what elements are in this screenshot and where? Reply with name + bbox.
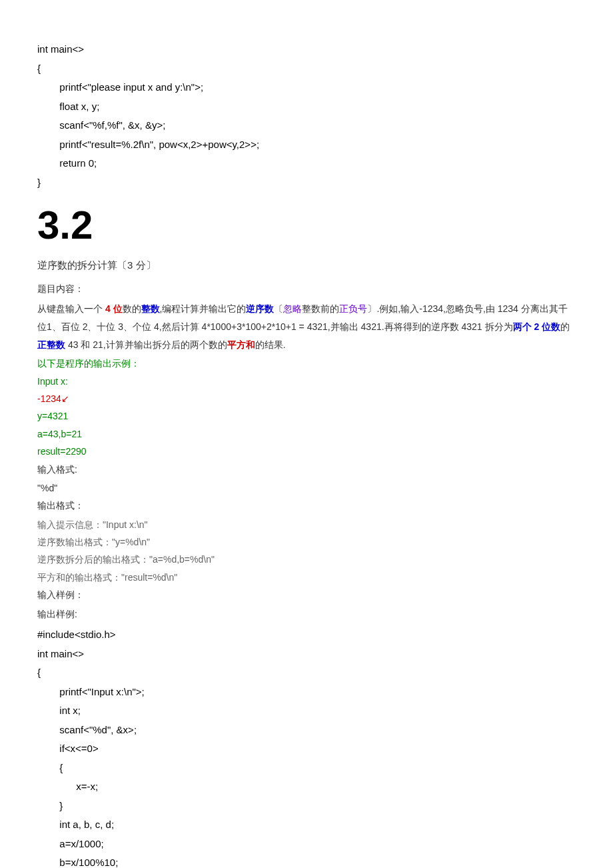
example-line: -1234↙	[37, 391, 576, 406]
input-sample-label: 输入样例：	[37, 587, 576, 602]
code-line: int main<>	[37, 645, 576, 664]
desc-text: 的结果.	[255, 339, 286, 350]
format-line: 逆序数拆分后的输出格式："a=%d,b=%d\n"	[37, 552, 576, 567]
desc-emphasis: 正负号	[339, 303, 367, 314]
code-line: x=-x;	[37, 777, 576, 797]
example-line: a=43,b=21	[37, 427, 576, 441]
format-line: 逆序数输出格式："y=%d\n"	[37, 535, 576, 549]
code-line: {	[37, 663, 576, 683]
code-line: int main<>	[37, 40, 576, 59]
section-number: 3.2	[37, 205, 576, 245]
code-line: int x;	[37, 701, 576, 721]
code-line: printf<"Input x:\n">;	[37, 683, 576, 702]
desc-text: 〔	[274, 303, 283, 314]
code-line: }	[37, 173, 576, 193]
code-line: #include<stdio.h>	[37, 625, 576, 645]
desc-text: 从键盘输入一个	[37, 303, 105, 314]
desc-text: 整数前的	[302, 303, 339, 314]
output-format-label: 输出格式：	[37, 498, 576, 513]
desc-text: 43 和 21,计算并输出拆分后的两个数的	[65, 339, 227, 350]
code-line: {	[37, 59, 576, 79]
code-line: printf<"please input x and y:\n">;	[37, 78, 576, 97]
code-line: return 0;	[37, 154, 576, 173]
desc-emphasis: 忽略	[283, 303, 302, 314]
desc-emphasis: 正整	[37, 339, 56, 350]
example-line: Input x:	[37, 374, 576, 389]
example-line: y=4321	[37, 409, 576, 423]
desc-text: 的	[560, 321, 570, 332]
code-block-2: #include<stdio.h> int main<> { printf<"I…	[37, 625, 576, 868]
problem-subtitle: 逆序数的拆分计算〔3 分〕	[37, 257, 576, 273]
code-line: printf<"result=%.2f\n", pow<x,2>+pow<y,2…	[37, 135, 576, 155]
desc-emphasis: 平方和	[227, 339, 255, 350]
desc-emphasis: 逆序数	[246, 303, 274, 314]
output-sample-label: 输出样例:	[37, 607, 576, 621]
example-line: result=2290	[37, 444, 576, 459]
problem-description: 从键盘输入一个 4 位数的整数,编程计算并输出它的逆序数〔忽略整数前的正负号〕.…	[37, 300, 576, 353]
desc-emphasis: 数	[56, 339, 65, 350]
code-line: a=x/1000;	[37, 835, 576, 854]
input-format-value: "%d"	[37, 481, 576, 495]
code-line: {	[37, 759, 576, 778]
code-line: if<x<=0>	[37, 739, 576, 759]
desc-emphasis: 两个 2 位数	[513, 321, 561, 332]
desc-emphasis: 4 位	[105, 303, 123, 314]
format-line: 平方和的输出格式："result=%d\n"	[37, 570, 576, 585]
desc-text: 1、百位 2、十位 3、个位 4,然后计算 4*1000+3*100+2*10+…	[47, 321, 513, 332]
desc-text: 数的	[123, 303, 141, 314]
input-format-label: 输入格式:	[37, 462, 576, 477]
example-output-label: 以下是程序的输出示例：	[37, 356, 576, 371]
code-line: b=x/100%10;	[37, 853, 576, 868]
code-block-1: int main<> { printf<"please input x and …	[37, 40, 576, 192]
format-line: 输入提示信息："Input x:\n"	[37, 517, 576, 532]
desc-emphasis: 整数	[141, 303, 160, 314]
code-line: int a, b, c, d;	[37, 815, 576, 835]
code-line: }	[37, 797, 576, 816]
code-line: scanf<"%f,%f", &x, &y>;	[37, 116, 576, 135]
content-label: 题目内容：	[37, 281, 576, 296]
code-line: float x, y;	[37, 97, 576, 117]
desc-text: ,编程计算并输出它的	[160, 303, 247, 314]
code-line: scanf<"%d", &x>;	[37, 721, 576, 740]
